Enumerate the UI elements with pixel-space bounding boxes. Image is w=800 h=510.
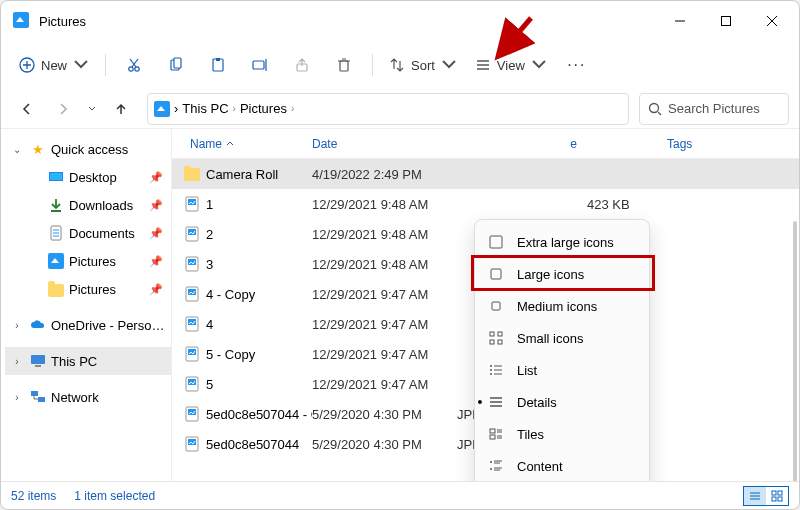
rename-button[interactable] [240, 47, 280, 83]
crumb-pictures[interactable]: Pictures› [240, 101, 294, 116]
tree-network[interactable]: › Network [5, 383, 171, 411]
pin-icon: 📌 [149, 199, 163, 212]
view-menu-item[interactable]: List [475, 354, 649, 386]
toolbar: New Sort View ··· [1, 41, 799, 89]
file-icon [184, 286, 200, 302]
file-name: Camera Roll [206, 167, 278, 182]
view-menu-item[interactable]: Small icons [475, 322, 649, 354]
svg-rect-60 [490, 340, 494, 344]
menu-icon [487, 298, 505, 314]
menu-icon [487, 458, 505, 474]
new-button[interactable]: New [11, 47, 97, 83]
file-date: 12/29/2021 9:48 AM [312, 227, 457, 242]
svg-rect-12 [174, 58, 181, 68]
view-menu-item[interactable]: Extra large icons [475, 226, 649, 258]
view-menu: Extra large iconsLarge iconsMedium icons… [474, 219, 650, 481]
svg-line-25 [658, 112, 661, 115]
file-icon [184, 406, 200, 422]
svg-rect-18 [340, 61, 348, 71]
cut-button[interactable] [114, 47, 154, 83]
delete-button[interactable] [324, 47, 364, 83]
paste-button[interactable] [198, 47, 238, 83]
close-button[interactable] [749, 5, 795, 37]
document-icon [47, 224, 65, 242]
chevron-down-icon: ⌄ [9, 144, 25, 155]
file-date: 12/29/2021 9:47 AM [312, 317, 457, 332]
cloud-icon [29, 316, 47, 334]
menu-label: Tiles [517, 427, 544, 442]
tree-thispc[interactable]: › This PC [5, 347, 171, 375]
copy-button[interactable] [156, 47, 196, 83]
column-type[interactable]: e [457, 137, 587, 151]
svg-point-64 [490, 369, 492, 371]
file-name: 2 [206, 227, 213, 242]
file-date: 12/29/2021 9:48 AM [312, 257, 457, 272]
forward-button[interactable] [47, 93, 79, 125]
minimize-button[interactable] [657, 5, 703, 37]
chevron-right-icon: › [9, 356, 25, 367]
svg-point-7 [129, 67, 133, 71]
status-bar: 52 items 1 item selected [1, 481, 799, 509]
menu-label: List [517, 363, 537, 378]
network-icon [29, 388, 47, 406]
view-menu-item[interactable]: Tiles [475, 418, 649, 450]
svg-rect-56 [491, 269, 501, 279]
pin-icon: 📌 [149, 255, 163, 268]
search-box[interactable]: Search Pictures [639, 93, 789, 125]
file-name: 4 [206, 317, 213, 332]
sidebar-item[interactable]: Documents📌 [23, 219, 171, 247]
sidebar-item[interactable]: Pictures📌 [23, 247, 171, 275]
column-name[interactable]: Name [172, 137, 312, 151]
address-bar[interactable]: › This PC› Pictures› [147, 93, 629, 125]
sidebar-item[interactable]: Pictures📌 [23, 275, 171, 303]
sidebar-item[interactable]: Downloads📌 [23, 191, 171, 219]
view-button[interactable]: View [467, 47, 555, 83]
pin-icon: 📌 [149, 227, 163, 240]
menu-label: Details [517, 395, 557, 410]
svg-rect-36 [38, 397, 45, 402]
file-name: 5 - Copy [206, 347, 255, 362]
chevron-down-icon [441, 57, 457, 73]
sort-button[interactable]: Sort [381, 47, 465, 83]
file-icon [184, 196, 200, 212]
details-view-toggle[interactable] [744, 487, 766, 505]
table-row[interactable]: 112/29/2021 9:48 AM423 KB [172, 189, 799, 219]
file-icon [184, 376, 200, 392]
view-menu-item[interactable]: Medium icons [475, 290, 649, 322]
status-count: 52 items [11, 489, 56, 503]
column-date[interactable]: Date [312, 137, 457, 151]
pin-icon: 📌 [149, 283, 163, 296]
share-button[interactable] [282, 47, 322, 83]
menu-icon [487, 266, 505, 282]
file-icon [184, 226, 200, 242]
menu-icon [487, 426, 505, 442]
recent-button[interactable] [83, 93, 101, 125]
status-selected: 1 item selected [74, 489, 155, 503]
thumbnails-view-toggle[interactable] [766, 487, 788, 505]
column-tags[interactable]: Tags [667, 137, 799, 151]
tree-onedrive[interactable]: › OneDrive - Personal [5, 311, 171, 339]
view-menu-item[interactable]: Content [475, 450, 649, 481]
svg-rect-88 [778, 491, 782, 495]
vertical-scrollbar[interactable] [793, 221, 797, 481]
file-date: 12/29/2021 9:47 AM [312, 347, 457, 362]
table-row[interactable]: Camera Roll4/19/2022 2:49 PM [172, 159, 799, 189]
file-icon [184, 316, 200, 332]
up-button[interactable] [105, 93, 137, 125]
svg-point-24 [650, 103, 659, 112]
crumb-thispc[interactable]: This PC› [182, 101, 236, 116]
sidebar-item[interactable]: Desktop📌 [23, 163, 171, 191]
file-name: 3 [206, 257, 213, 272]
more-button[interactable]: ··· [557, 47, 597, 83]
sidebar: ⌄ ★ Quick access Desktop📌Downloads📌Docum… [1, 129, 171, 481]
back-button[interactable] [11, 93, 43, 125]
view-menu-item[interactable]: •Details [475, 386, 649, 418]
file-icon [184, 256, 200, 272]
star-icon: ★ [29, 140, 47, 158]
menu-icon [487, 234, 505, 250]
maximize-button[interactable] [703, 5, 749, 37]
view-menu-item[interactable]: Large icons [475, 258, 649, 290]
tree-quick-access[interactable]: ⌄ ★ Quick access [5, 135, 171, 163]
svg-rect-89 [772, 497, 776, 501]
svg-rect-55 [490, 236, 502, 248]
